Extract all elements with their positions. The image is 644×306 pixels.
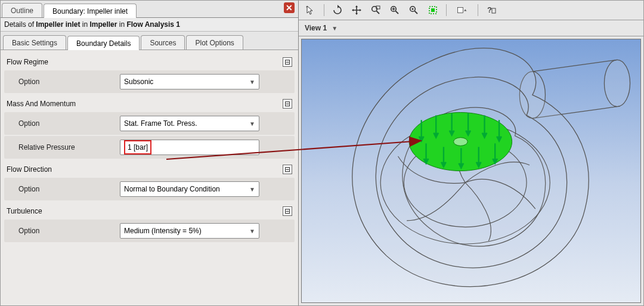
tab-boundary-details[interactable]: Boundary Details (67, 36, 140, 50)
svg-line-5 (395, 11, 398, 14)
tool-zoom-in[interactable] (386, 2, 403, 18)
viewport-3d[interactable] (301, 39, 641, 303)
svg-rect-11 (458, 8, 463, 13)
group-turbulence: Turbulence ⊟ (2, 202, 297, 218)
svg-rect-10 (431, 8, 435, 12)
impeller-inlet-surface (409, 113, 512, 171)
group-title: Mass And Momentum (7, 100, 76, 108)
collapse-icon[interactable]: ⊟ (283, 99, 292, 109)
select-flow-regime-option[interactable]: Subsonic ▼ (120, 74, 259, 89)
svg-text:?: ? (487, 5, 492, 14)
select-mass-momentum-option[interactable]: Stat. Frame Tot. Press. ▼ (120, 116, 259, 131)
form-body: Flow Regime ⊟ Option Subsonic ▼ Mass And… (1, 50, 298, 305)
tool-zoom-box[interactable] (367, 2, 384, 18)
chevron-down-icon: ▼ (249, 120, 255, 127)
tab-boundary-impeller-inlet[interactable]: Boundary: Impeller inlet (44, 4, 137, 18)
details-header: Details of Impeller inlet in Impeller in… (1, 18, 298, 32)
tool-fit-view[interactable] (405, 2, 422, 18)
chevron-down-icon: ▼ (249, 186, 255, 193)
geometry-wireframe (302, 39, 640, 302)
right-pane: * (299, 1, 643, 305)
tool-highlight-region[interactable] (425, 2, 441, 18)
collapse-icon[interactable]: ⊟ (283, 206, 292, 216)
row-mass-momentum-option: Option Stat. Frame Tot. Press. ▼ (4, 112, 295, 135)
tool-rotate[interactable] (329, 2, 346, 18)
tab-outline[interactable]: Outline (2, 3, 42, 17)
tab-basic-settings[interactable]: Basic Settings (3, 35, 66, 50)
view-tab[interactable]: View 1 ▼ (299, 20, 643, 36)
sub-tabs: Basic Settings Boundary Details Sources … (1, 32, 298, 50)
row-turbulence-option: Option Medium (Intensity = 5%) ▼ (4, 220, 295, 242)
left-pane: Outline Boundary: Impeller inlet ✕ Detai… (1, 1, 299, 305)
row-flow-regime-option: Option Subsonic ▼ (4, 70, 295, 93)
chevron-down-icon: ▼ (332, 25, 338, 32)
select-flow-direction-option[interactable]: Normal to Boundary Condition ▼ (120, 181, 259, 197)
svg-point-8 (411, 8, 413, 10)
tab-plot-options[interactable]: Plot Options (186, 35, 243, 50)
svg-line-7 (414, 11, 417, 14)
group-flow-direction: Flow Direction ⊟ (2, 160, 297, 177)
viewer-toolbar: * (299, 1, 643, 20)
group-title: Flow Direction (7, 165, 52, 174)
group-title: Turbulence (7, 207, 42, 215)
details-name: Impeller inlet (36, 20, 80, 29)
chevron-down-icon: ▼ (249, 228, 255, 234)
details-parent: Impeller (89, 20, 117, 29)
tool-help[interactable]: ? (483, 2, 500, 18)
label-relative-pressure: Relative Pressure (18, 143, 120, 152)
left-top-tabs: Outline Boundary: Impeller inlet ✕ (1, 1, 298, 18)
label-option: Option (18, 78, 120, 86)
svg-line-16 (532, 60, 617, 72)
select-value: Medium (Intensity = 5%) (124, 227, 202, 235)
collapse-icon[interactable]: ⊟ (283, 165, 292, 174)
value-relative-pressure-highlight: 1 [bar] (124, 140, 151, 154)
app-window: Outline Boundary: Impeller inlet ✕ Detai… (0, 0, 644, 306)
label-option: Option (18, 227, 120, 235)
svg-point-21 (454, 138, 468, 146)
svg-line-2 (376, 11, 379, 14)
collapse-icon[interactable]: ⊟ (283, 57, 292, 67)
input-relative-pressure[interactable]: 1 [bar] (120, 140, 259, 155)
group-flow-regime: Flow Regime ⊟ (2, 52, 297, 69)
tool-pan[interactable] (348, 2, 365, 18)
label-option: Option (18, 119, 120, 128)
select-value: Stat. Frame Tot. Press. (124, 119, 197, 128)
chevron-down-icon: ▼ (249, 79, 255, 85)
tab-sources[interactable]: Sources (141, 35, 185, 50)
row-relative-pressure: Relative Pressure 1 [bar] (4, 136, 295, 159)
view-label: View 1 (305, 24, 327, 32)
select-value: Normal to Boundary Condition (124, 185, 220, 193)
tool-probe-pointer[interactable]: * (302, 2, 319, 18)
select-turbulence-option[interactable]: Medium (Intensity = 5%) ▼ (120, 223, 259, 239)
toolbar-separator (324, 4, 324, 16)
details-prefix: Details of (4, 20, 36, 29)
select-value: Subsonic (124, 78, 153, 86)
tool-render-style[interactable] (451, 2, 473, 18)
group-title: Flow Regime (7, 58, 48, 66)
svg-rect-13 (492, 8, 496, 13)
toolbar-separator (446, 4, 447, 16)
svg-point-14 (604, 60, 630, 106)
group-mass-momentum: Mass And Momentum ⊟ (2, 94, 297, 111)
toolbar-separator (478, 4, 478, 16)
svg-text:*: * (306, 5, 308, 10)
details-analysis: Flow Analysis 1 (126, 20, 180, 29)
label-option: Option (18, 185, 120, 193)
close-icon[interactable]: ✕ (284, 2, 295, 13)
row-flow-direction-option: Option Normal to Boundary Condition ▼ (4, 178, 295, 200)
